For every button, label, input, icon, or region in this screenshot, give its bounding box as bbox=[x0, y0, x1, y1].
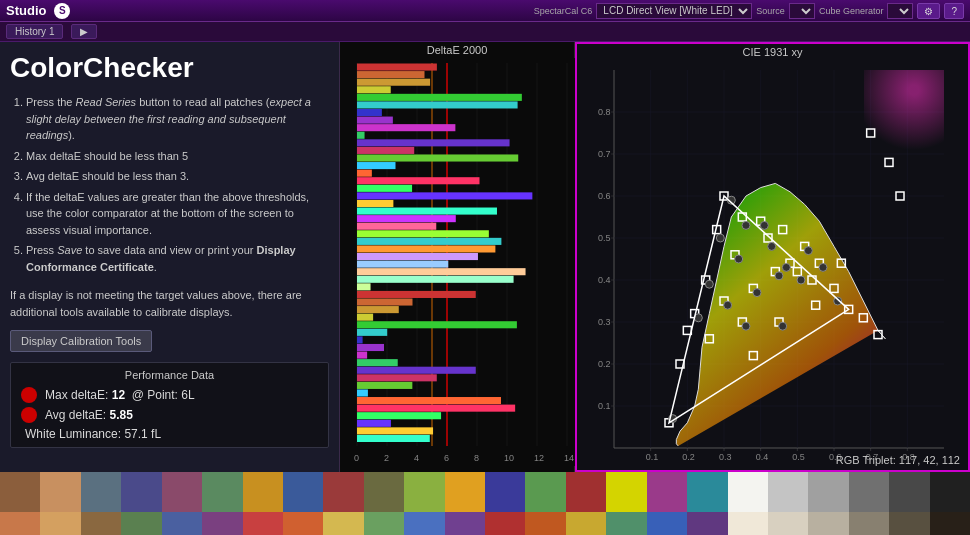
color-patch[interactable] bbox=[485, 472, 525, 512]
color-patch[interactable] bbox=[768, 472, 808, 512]
color-patch[interactable] bbox=[283, 512, 323, 535]
color-patch[interactable] bbox=[162, 472, 202, 512]
color-patch[interactable] bbox=[202, 512, 242, 535]
color-patch[interactable] bbox=[40, 512, 80, 535]
color-patch[interactable] bbox=[889, 512, 929, 535]
studio-icon: S bbox=[54, 3, 70, 19]
top-bar: Studio S SpectarCal C6 LCD Direct View [… bbox=[0, 0, 970, 22]
max-delta-row: Max deltaE: 12 @ Point: 6L bbox=[21, 387, 318, 403]
display-calibration-tools-button[interactable]: Display Calibration Tools bbox=[10, 330, 152, 352]
color-patch[interactable] bbox=[728, 472, 768, 512]
note-text: If a display is not meeting the target v… bbox=[10, 287, 329, 320]
color-patch[interactable] bbox=[0, 472, 40, 512]
color-patch[interactable] bbox=[728, 512, 768, 535]
settings-button[interactable]: ⚙ bbox=[917, 3, 940, 19]
color-patch[interactable] bbox=[525, 472, 565, 512]
cie-chart-panel: CIE 1931 xy RGB Triplet: 117, 42, 112 bbox=[575, 42, 970, 472]
perf-data-title: Performance Data bbox=[21, 369, 318, 381]
color-patch[interactable] bbox=[243, 472, 283, 512]
color-patch[interactable] bbox=[849, 512, 889, 535]
max-delta-point: @ Point: 6L bbox=[132, 388, 195, 402]
color-patch[interactable] bbox=[930, 472, 970, 512]
color-patch[interactable] bbox=[404, 472, 444, 512]
top-bar-controls: SpectarCal C6 LCD Direct View [White LED… bbox=[534, 3, 964, 19]
help-button[interactable]: ? bbox=[944, 3, 964, 19]
color-patch[interactable] bbox=[808, 512, 848, 535]
color-patch[interactable] bbox=[81, 512, 121, 535]
lcd-view-select[interactable]: LCD Direct View [White LED] bbox=[596, 3, 752, 19]
color-patch[interactable] bbox=[445, 472, 485, 512]
color-patch[interactable] bbox=[808, 472, 848, 512]
color-patch[interactable] bbox=[687, 512, 727, 535]
cie-chart-title: CIE 1931 xy bbox=[579, 46, 966, 58]
color-patch[interactable] bbox=[323, 512, 363, 535]
color-patch[interactable] bbox=[121, 512, 161, 535]
avg-delta-indicator bbox=[21, 407, 37, 423]
delta-chart-canvas bbox=[342, 58, 575, 466]
color-patch[interactable] bbox=[323, 472, 363, 512]
instructions: Press the Read Series button to read all… bbox=[10, 94, 329, 279]
color-patch[interactable] bbox=[283, 472, 323, 512]
color-patch[interactable] bbox=[930, 512, 970, 535]
color-patch[interactable] bbox=[687, 472, 727, 512]
second-bar: History 1 ▶ bbox=[0, 22, 970, 42]
cube-gen-select[interactable] bbox=[887, 3, 913, 19]
color-patch[interactable] bbox=[647, 512, 687, 535]
color-patch[interactable] bbox=[566, 512, 606, 535]
color-patch[interactable] bbox=[40, 472, 80, 512]
main-content: ColorChecker Press the Read Series butto… bbox=[0, 42, 970, 472]
avg-delta-value: 5.85 bbox=[110, 408, 133, 422]
color-patch[interactable] bbox=[849, 472, 889, 512]
spectracal-label: SpectarCal C6 bbox=[534, 6, 593, 16]
color-patches-area bbox=[0, 472, 970, 535]
color-patch[interactable] bbox=[81, 472, 121, 512]
delta-chart-panel: DeltaE 2000 bbox=[340, 42, 575, 472]
source-select[interactable] bbox=[789, 3, 815, 19]
left-panel: ColorChecker Press the Read Series butto… bbox=[0, 42, 340, 472]
cube-gen-label: Cube Generator bbox=[819, 6, 884, 16]
color-patch[interactable] bbox=[768, 512, 808, 535]
max-delta-label: Max deltaE: 12 @ Point: 6L bbox=[45, 388, 195, 402]
max-delta-indicator bbox=[21, 387, 37, 403]
source-label: Source bbox=[756, 6, 785, 16]
color-patch[interactable] bbox=[566, 472, 606, 512]
color-patch[interactable] bbox=[606, 512, 646, 535]
avg-delta-row: Avg deltaE: 5.85 bbox=[21, 407, 318, 423]
color-patch[interactable] bbox=[445, 512, 485, 535]
color-patch[interactable] bbox=[364, 512, 404, 535]
cie-chart-canvas bbox=[579, 60, 964, 468]
avg-delta-label: Avg deltaE: 5.85 bbox=[45, 408, 133, 422]
color-patch[interactable] bbox=[121, 472, 161, 512]
white-luminance-label: White Luminance: 57.1 fL bbox=[25, 427, 318, 441]
app-logo: Studio bbox=[6, 3, 46, 18]
color-patch[interactable] bbox=[0, 512, 40, 535]
patches-row-2 bbox=[0, 512, 970, 535]
color-patch[interactable] bbox=[485, 512, 525, 535]
color-patch[interactable] bbox=[606, 472, 646, 512]
color-patch[interactable] bbox=[162, 512, 202, 535]
color-patch[interactable] bbox=[364, 472, 404, 512]
color-patch[interactable] bbox=[404, 512, 444, 535]
delta-chart-title: DeltaE 2000 bbox=[342, 44, 572, 56]
color-patch[interactable] bbox=[889, 472, 929, 512]
history-arrow-button[interactable]: ▶ bbox=[71, 24, 97, 39]
color-patch[interactable] bbox=[647, 472, 687, 512]
history-button[interactable]: History 1 bbox=[6, 24, 63, 39]
color-patch[interactable] bbox=[243, 512, 283, 535]
rgb-triplet-label: RGB Triplet: 117, 42, 112 bbox=[836, 454, 960, 466]
page-title: ColorChecker bbox=[10, 52, 329, 84]
color-patch[interactable] bbox=[525, 512, 565, 535]
color-patch[interactable] bbox=[202, 472, 242, 512]
patches-row-1 bbox=[0, 472, 970, 512]
max-delta-value: 12 bbox=[112, 388, 125, 402]
performance-data-section: Performance Data Max deltaE: 12 @ Point:… bbox=[10, 362, 329, 448]
